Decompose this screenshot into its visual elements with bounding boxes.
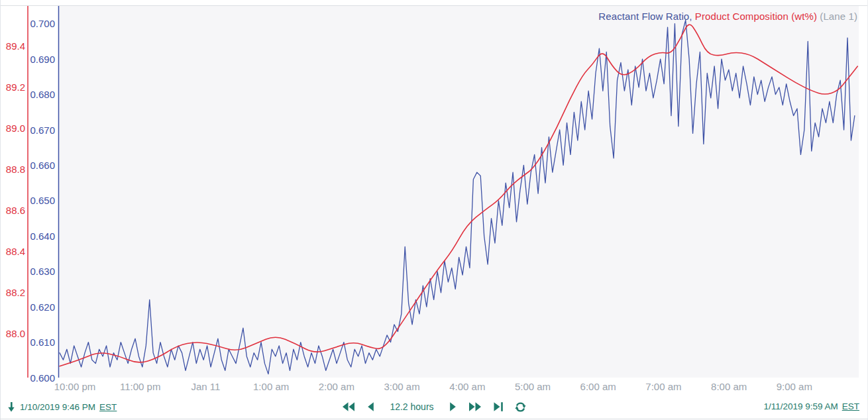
red-axis-tick-label: 89.4 [6,40,25,52]
x-axis-tick-label: 8:00 am [711,381,747,392]
x-axis-tick-label: 5:00 am [515,381,551,392]
pan-step-backward-button[interactable] [365,399,376,414]
range-end-timestamp: 1/11/2019 9:59 AMEST [763,401,859,411]
x-axis-tick-label: 6:00 am [580,381,616,392]
blue-axis-tick-label: 0.600 [30,372,55,384]
legend-series-reactant-flow-ratio: Reactant Flow Ratio [598,11,689,22]
blue-axis-tick-label: 0.650 [30,195,55,206]
blue-axis-tick-label: 0.700 [30,18,55,29]
red-axis-tick-label: 88.6 [6,205,25,216]
red-axis-tick-label: 88.0 [6,328,25,339]
x-axis-tick-label: 4:00 am [449,381,485,392]
widget-bottom-border [0,419,868,419]
red-axis-tick-label: 89.0 [6,123,25,134]
blue-axis-tick-label: 0.640 [30,231,55,242]
fast-backward-icon [342,401,355,412]
step-forward-icon [449,401,457,412]
blue-axis-tick-label: 0.680 [30,89,55,100]
blue-axis-tick-label: 0.670 [30,125,55,136]
plot-area[interactable] [59,6,859,378]
chart-legend: Reactant Flow Ratio, Product Composition… [598,11,857,22]
blue-axis-tick-label: 0.690 [30,54,55,65]
time-window-label[interactable]: 12.2 hours [384,401,439,412]
x-axis-tick-label: 9:00 am [777,381,812,392]
x-axis-tick-label: 11:00 pm [120,381,160,392]
refresh-icon [515,401,526,413]
legend-separator: , [689,11,695,22]
skip-to-end-icon [493,401,504,412]
range-end-text: 1/11/2019 9:59 AM [763,401,838,411]
skip-to-latest-button[interactable] [492,399,505,414]
timezone-link-end[interactable]: EST [842,401,859,411]
pan-fast-backward-button[interactable] [341,399,356,414]
blue-axis-tick-label: 0.620 [30,301,55,313]
chart-footer: 1/10/2019 9:46 PMEST 12.2 hours [0,398,868,418]
chart-canvas[interactable]: 89.489.289.088.888.688.488.288.00.7000.6… [0,0,868,397]
x-axis-tick-label: 10:00 pm [54,381,96,392]
blue-axis-tick-label: 0.630 [30,266,55,277]
red-axis-tick-label: 88.4 [6,246,25,257]
red-axis-tick-label: 88.2 [6,287,25,298]
x-axis-tick-label: 1:00 am [253,381,289,392]
fast-forward-icon [468,401,482,412]
red-axis-tick-label: 88.8 [6,164,25,175]
legend-series-product-composition: Product Composition (wt%) [695,11,817,22]
x-axis-tick-label: 7:00 am [645,381,681,392]
legend-lane-label: (Lane 1) [817,11,857,22]
red-axis-tick-label: 89.2 [6,81,25,93]
x-axis-tick-label: 3:00 am [384,381,419,392]
refresh-button[interactable] [514,399,527,414]
trend-chart-widget: 89.489.289.088.888.688.488.288.00.7000.6… [0,0,868,420]
step-backward-icon [366,401,374,412]
blue-axis-tick-label: 0.660 [30,160,55,171]
pan-fast-forward-button[interactable] [467,399,483,414]
x-axis-tick-label: Jan 11 [191,381,220,392]
x-axis-tick-label: 2:00 am [319,381,354,392]
time-navigation-controls: 12.2 hours [0,399,868,414]
pan-step-forward-button[interactable] [448,399,459,414]
blue-axis-tick-label: 0.610 [30,337,55,348]
